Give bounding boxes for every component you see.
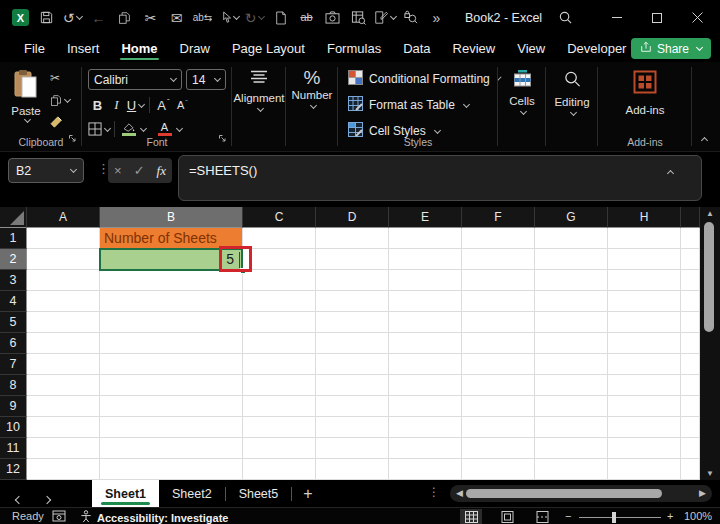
- cell-E11[interactable]: [389, 438, 462, 459]
- underline-button[interactable]: U: [126, 95, 145, 115]
- cell-H10[interactable]: [608, 417, 681, 438]
- menu-tab-home[interactable]: Home: [110, 35, 168, 62]
- fill-handle[interactable]: [240, 268, 246, 274]
- cell-A2[interactable]: [27, 249, 100, 270]
- cell-D12[interactable]: [316, 459, 389, 480]
- alignment-button[interactable]: Alignment: [232, 62, 286, 151]
- sheet-tab-sheet5[interactable]: Sheet5: [226, 480, 292, 507]
- cell-D10[interactable]: [316, 417, 389, 438]
- cell-B12[interactable]: [100, 459, 243, 480]
- cell-D5[interactable]: [316, 312, 389, 333]
- replace-icon[interactable]: ab⇆: [190, 5, 215, 31]
- normal-view-button[interactable]: [460, 509, 482, 524]
- enter-icon[interactable]: ✓: [134, 163, 145, 178]
- cell-F6[interactable]: [462, 333, 535, 354]
- cell-G6[interactable]: [535, 333, 608, 354]
- copy-icon[interactable]: [112, 5, 137, 31]
- zoom-level[interactable]: 100%: [684, 510, 712, 522]
- cell-A4[interactable]: [27, 291, 100, 312]
- next-sheet-icon[interactable]: [44, 489, 50, 507]
- cell-G5[interactable]: [535, 312, 608, 333]
- horizontal-scrollbar[interactable]: ◀ ▶: [450, 485, 712, 502]
- cell-E3[interactable]: [389, 270, 462, 291]
- horizontal-scroll-thumb[interactable]: [466, 489, 662, 498]
- cell-B8[interactable]: [100, 375, 243, 396]
- undo-icon[interactable]: ↺: [60, 5, 85, 31]
- formula-input[interactable]: =SHEETS(): [178, 155, 702, 201]
- cell-B5[interactable]: [100, 312, 243, 333]
- cell-H4[interactable]: [608, 291, 681, 312]
- cell-A7[interactable]: [27, 354, 100, 375]
- cell-H12[interactable]: [608, 459, 681, 480]
- cell-G4[interactable]: [535, 291, 608, 312]
- email-icon[interactable]: ✉: [164, 5, 189, 31]
- cell-G12[interactable]: [535, 459, 608, 480]
- row-header-11[interactable]: 11: [0, 438, 27, 459]
- cell-A9[interactable]: [27, 396, 100, 417]
- column-header-A[interactable]: A: [27, 207, 100, 228]
- cell-H1[interactable]: [608, 228, 681, 249]
- new-sheet-button[interactable]: +: [296, 482, 320, 506]
- font-name-select[interactable]: Calibri: [88, 69, 182, 90]
- cell-A6[interactable]: [27, 333, 100, 354]
- insert-function-button[interactable]: fx: [157, 163, 166, 179]
- cell-C3[interactable]: [243, 270, 316, 291]
- cell-F1[interactable]: [462, 228, 535, 249]
- cell-C9[interactable]: [243, 396, 316, 417]
- row-header-3[interactable]: 3: [0, 270, 27, 291]
- cell-E1[interactable]: [389, 228, 462, 249]
- cut-icon[interactable]: ✂: [138, 5, 163, 31]
- row-header-2[interactable]: 2: [0, 249, 27, 270]
- cell-B9[interactable]: [100, 396, 243, 417]
- expand-formula-bar-icon[interactable]: [667, 170, 674, 177]
- conditional-formatting-button[interactable]: Conditional Formatting: [338, 68, 498, 90]
- column-header-D[interactable]: D: [316, 207, 389, 228]
- row-header-4[interactable]: 4: [0, 291, 27, 312]
- zoom-slider[interactable]: [579, 517, 661, 518]
- document-search-icon[interactable]: [346, 5, 371, 31]
- cell-E7[interactable]: [389, 354, 462, 375]
- cell-B10[interactable]: [100, 417, 243, 438]
- cell-H5[interactable]: [608, 312, 681, 333]
- cell-C7[interactable]: [243, 354, 316, 375]
- form-icon[interactable]: [372, 5, 397, 31]
- column-header-B[interactable]: B: [100, 207, 243, 228]
- macro-record-icon[interactable]: [52, 510, 66, 524]
- cell-G9[interactable]: [535, 396, 608, 417]
- cell-A11[interactable]: [27, 438, 100, 459]
- strikethrough-icon[interactable]: ab: [294, 5, 319, 31]
- cell-B1[interactable]: Number of Sheets: [100, 228, 243, 249]
- format-painter-button[interactable]: [50, 114, 70, 130]
- cell-H8[interactable]: [608, 375, 681, 396]
- cell-B4[interactable]: [100, 291, 243, 312]
- cell-G10[interactable]: [535, 417, 608, 438]
- cell-D7[interactable]: [316, 354, 389, 375]
- cell-G3[interactable]: [535, 270, 608, 291]
- cell-B3[interactable]: [100, 270, 243, 291]
- row-header-8[interactable]: 8: [0, 375, 27, 396]
- touch-mode-icon[interactable]: [216, 5, 241, 31]
- paste-button[interactable]: Paste: [6, 69, 46, 133]
- cell-A10[interactable]: [27, 417, 100, 438]
- sheet-tab-sheet2[interactable]: Sheet2: [159, 480, 225, 507]
- menu-tab-data[interactable]: Data: [392, 35, 441, 62]
- number-button[interactable]: % Number: [286, 62, 338, 151]
- cell-F5[interactable]: [462, 312, 535, 333]
- cancel-icon[interactable]: ×: [114, 163, 122, 178]
- bold-button[interactable]: B: [88, 95, 107, 115]
- scroll-up-icon[interactable]: ▲: [700, 209, 720, 218]
- cell-C4[interactable]: [243, 291, 316, 312]
- cell-H6[interactable]: [608, 333, 681, 354]
- menu-tab-page-layout[interactable]: Page Layout: [221, 35, 316, 62]
- cell-H7[interactable]: [608, 354, 681, 375]
- menu-tab-developer[interactable]: Developer: [556, 35, 637, 62]
- zoom-out-button[interactable]: −: [565, 510, 571, 522]
- cell-F7[interactable]: [462, 354, 535, 375]
- cell-G2[interactable]: [535, 249, 608, 270]
- maximize-button[interactable]: [637, 0, 677, 35]
- scroll-down-icon[interactable]: ▼: [700, 469, 720, 478]
- cell-A5[interactable]: [27, 312, 100, 333]
- increase-font-button[interactable]: Aˆ: [154, 95, 173, 115]
- cell-D8[interactable]: [316, 375, 389, 396]
- previous-sheet-icon[interactable]: [16, 489, 22, 507]
